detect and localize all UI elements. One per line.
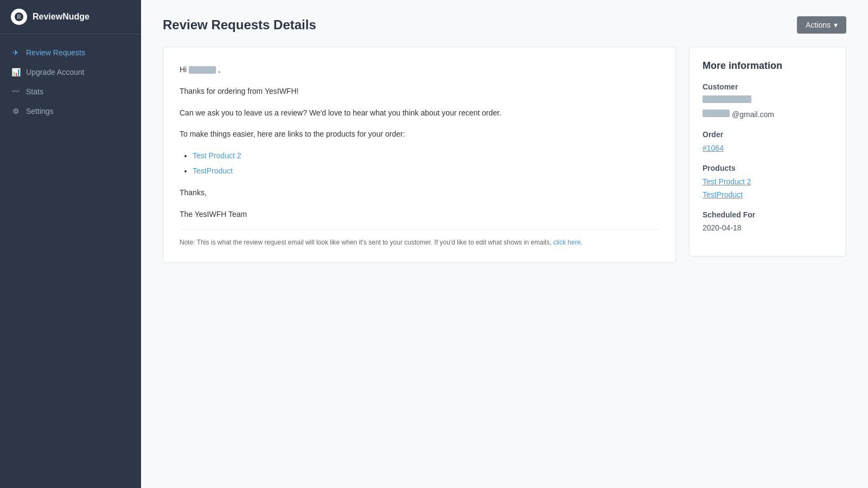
email-prefix-redacted bbox=[703, 110, 730, 117]
email-product-link-2[interactable]: TestProduct bbox=[193, 166, 233, 175]
email-body: Hi , Thanks for ordering from YesIWFH! C… bbox=[180, 63, 659, 221]
email-greeting: Hi , bbox=[180, 63, 659, 76]
info-product-link-2[interactable]: TestProduct bbox=[703, 190, 743, 199]
scheduled-label: Scheduled For bbox=[703, 210, 833, 219]
stats-icon: 〰 bbox=[11, 87, 21, 96]
info-card-title: More information bbox=[703, 60, 833, 72]
info-product-2: TestProduct bbox=[703, 190, 833, 200]
email-product-list: Test Product 2 TestProduct bbox=[193, 150, 659, 178]
sidebar-item-label: Stats bbox=[26, 87, 43, 96]
note-click-here-link[interactable]: click here bbox=[553, 239, 581, 246]
sidebar-item-review-requests[interactable]: ✈ Review Requests bbox=[0, 43, 141, 62]
email-paragraph3: To make things easier, here are links to… bbox=[180, 128, 659, 141]
actions-button[interactable]: Actions ▾ bbox=[797, 16, 846, 34]
info-product-1: Test Product 2 bbox=[703, 177, 833, 187]
products-section: Products Test Product 2 TestProduct bbox=[703, 164, 833, 200]
main-content: Review Requests Details Actions ▾ Hi , T… bbox=[141, 0, 868, 488]
sidebar-nav: ✈ Review Requests 📊 Upgrade Account 〰 St… bbox=[0, 34, 141, 130]
list-item: Test Product 2 bbox=[193, 150, 659, 163]
sidebar-item-label: Review Requests bbox=[26, 48, 85, 57]
upgrade-icon: 📊 bbox=[11, 68, 21, 76]
sidebar-item-stats[interactable]: 〰 Stats bbox=[0, 82, 141, 101]
sidebar-item-settings[interactable]: ⚙ Settings bbox=[0, 101, 141, 121]
customer-name-redacted bbox=[189, 66, 216, 74]
list-item: TestProduct bbox=[193, 165, 659, 178]
logo-icon: R bbox=[11, 9, 27, 25]
svg-text:R: R bbox=[17, 14, 21, 20]
scheduled-date: 2020-04-18 bbox=[703, 223, 833, 232]
customer-label: Customer bbox=[703, 82, 833, 91]
app-name: ReviewNudge bbox=[33, 12, 90, 22]
settings-icon: ⚙ bbox=[11, 107, 21, 115]
sidebar-header: R ReviewNudge bbox=[0, 0, 141, 34]
order-number-link[interactable]: #1064 bbox=[703, 144, 724, 152]
email-signature: The YesIWFH Team bbox=[180, 208, 659, 221]
page-title: Review Requests Details bbox=[163, 17, 316, 33]
sidebar-item-label: Settings bbox=[26, 107, 54, 115]
email-paragraph1: Thanks for ordering from YesIWFH! bbox=[180, 85, 659, 98]
review-requests-icon: ✈ bbox=[11, 48, 21, 57]
email-note: Note: This is what the review request em… bbox=[180, 229, 659, 246]
info-card: More information Customer @gmail.com Ord… bbox=[689, 47, 846, 256]
customer-section: Customer @gmail.com bbox=[703, 82, 833, 119]
email-preview-card: Hi , Thanks for ordering from YesIWFH! C… bbox=[163, 47, 676, 263]
email-paragraph2: Can we ask you to leave us a review? We'… bbox=[180, 107, 659, 120]
customer-name-redacted bbox=[703, 95, 751, 103]
chevron-down-icon: ▾ bbox=[834, 21, 838, 29]
order-label: Order bbox=[703, 130, 833, 139]
sidebar-item-label: Upgrade Account bbox=[26, 68, 84, 76]
products-label: Products bbox=[703, 164, 833, 172]
order-section: Order #1064 bbox=[703, 130, 833, 153]
email-product-link-1[interactable]: Test Product 2 bbox=[193, 151, 241, 160]
scheduled-section: Scheduled For 2020-04-18 bbox=[703, 210, 833, 232]
info-product-link-1[interactable]: Test Product 2 bbox=[703, 177, 751, 186]
customer-email: @gmail.com bbox=[703, 110, 833, 119]
email-thanks: Thanks, bbox=[180, 187, 659, 200]
content-area: Hi , Thanks for ordering from YesIWFH! C… bbox=[163, 47, 846, 263]
sidebar-item-upgrade-account[interactable]: 📊 Upgrade Account bbox=[0, 62, 141, 82]
sidebar: R ReviewNudge ✈ Review Requests 📊 Upgrad… bbox=[0, 0, 141, 488]
page-header: Review Requests Details Actions ▾ bbox=[163, 16, 846, 34]
